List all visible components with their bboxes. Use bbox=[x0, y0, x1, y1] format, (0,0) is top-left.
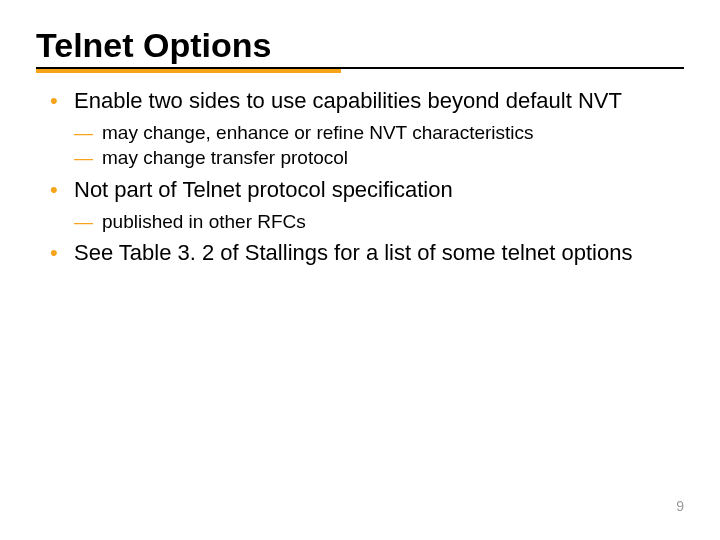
dash-icon: — bbox=[74, 121, 93, 145]
list-item: See Table 3. 2 of Stallings for a list o… bbox=[36, 239, 684, 267]
sub-bullet-text: published in other RFCs bbox=[102, 211, 306, 232]
sub-list: —published in other RFCs bbox=[74, 210, 684, 234]
dash-icon: — bbox=[74, 210, 93, 234]
divider-orange bbox=[36, 69, 341, 73]
slide-title: Telnet Options bbox=[36, 26, 684, 65]
list-item: —published in other RFCs bbox=[74, 210, 684, 234]
dash-icon: — bbox=[74, 146, 93, 170]
list-item: Enable two sides to use capabilities bey… bbox=[36, 87, 684, 170]
slide: Telnet Options Enable two sides to use c… bbox=[0, 0, 720, 540]
bullet-list: Enable two sides to use capabilities bey… bbox=[36, 87, 684, 267]
list-item: —may change, enhance or refine NVT chara… bbox=[74, 121, 684, 145]
bullet-text: See Table 3. 2 of Stallings for a list o… bbox=[74, 240, 632, 265]
sub-bullet-text: may change, enhance or refine NVT charac… bbox=[102, 122, 534, 143]
bullet-text: Enable two sides to use capabilities bey… bbox=[74, 88, 622, 113]
page-number: 9 bbox=[676, 498, 684, 514]
bullet-text: Not part of Telnet protocol specificatio… bbox=[74, 177, 453, 202]
list-item: —may change transfer protocol bbox=[74, 146, 684, 170]
list-item: Not part of Telnet protocol specificatio… bbox=[36, 176, 684, 233]
sub-list: —may change, enhance or refine NVT chara… bbox=[74, 121, 684, 171]
sub-bullet-text: may change transfer protocol bbox=[102, 147, 348, 168]
